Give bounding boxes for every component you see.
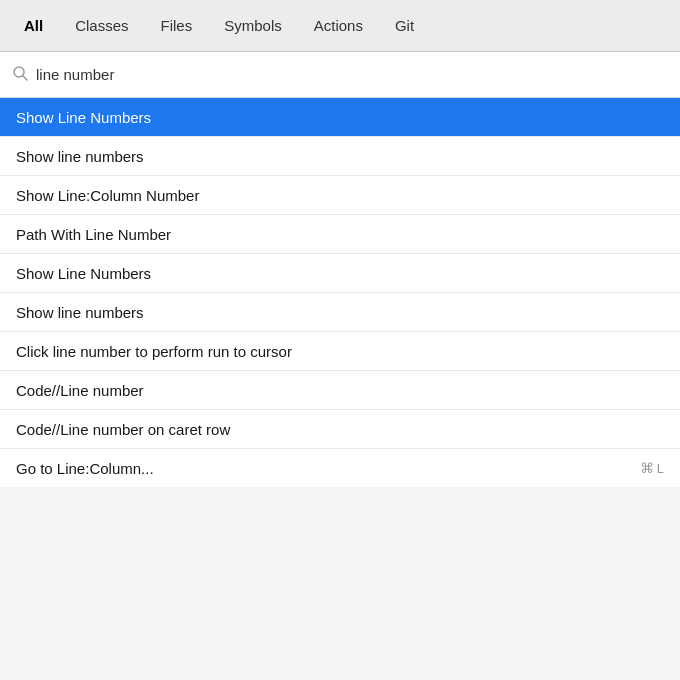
shortcut-label: ⌘L bbox=[640, 460, 664, 476]
search-icon bbox=[12, 65, 28, 85]
tab-actions[interactable]: Actions bbox=[298, 9, 379, 42]
result-label: Go to Line:Column... bbox=[16, 460, 154, 477]
list-item[interactable]: Show Line Numbers bbox=[0, 98, 680, 136]
result-label: Show line numbers bbox=[16, 304, 144, 321]
tab-all[interactable]: All bbox=[8, 9, 59, 42]
result-label: Code//Line number bbox=[16, 382, 144, 399]
svg-line-1 bbox=[23, 76, 27, 80]
result-label: Code//Line number on caret row bbox=[16, 421, 230, 438]
list-item[interactable]: Show line numbers bbox=[0, 293, 680, 331]
result-label: Path With Line Number bbox=[16, 226, 171, 243]
tab-symbols[interactable]: Symbols bbox=[208, 9, 298, 42]
tab-bar: AllClassesFilesSymbolsActionsGit bbox=[0, 0, 680, 52]
result-label: Show Line Numbers bbox=[16, 265, 151, 282]
list-item[interactable]: Go to Line:Column...⌘L bbox=[0, 449, 680, 487]
tab-files[interactable]: Files bbox=[145, 9, 209, 42]
tab-git[interactable]: Git bbox=[379, 9, 430, 42]
result-label: Click line number to perform run to curs… bbox=[16, 343, 292, 360]
list-item[interactable]: Code//Line number bbox=[0, 371, 680, 409]
list-item[interactable]: Show Line:Column Number bbox=[0, 176, 680, 214]
tab-classes[interactable]: Classes bbox=[59, 9, 144, 42]
result-label: Show Line Numbers bbox=[16, 109, 151, 126]
results-list: Show Line NumbersShow line numbersShow L… bbox=[0, 98, 680, 487]
list-item[interactable]: Show line numbers bbox=[0, 137, 680, 175]
result-label: Show line numbers bbox=[16, 148, 144, 165]
list-item[interactable]: Click line number to perform run to curs… bbox=[0, 332, 680, 370]
result-label: Show Line:Column Number bbox=[16, 187, 199, 204]
search-bar bbox=[0, 52, 680, 98]
search-input[interactable] bbox=[36, 66, 668, 83]
list-item[interactable]: Path With Line Number bbox=[0, 215, 680, 253]
list-item[interactable]: Code//Line number on caret row bbox=[0, 410, 680, 448]
list-item[interactable]: Show Line Numbers bbox=[0, 254, 680, 292]
